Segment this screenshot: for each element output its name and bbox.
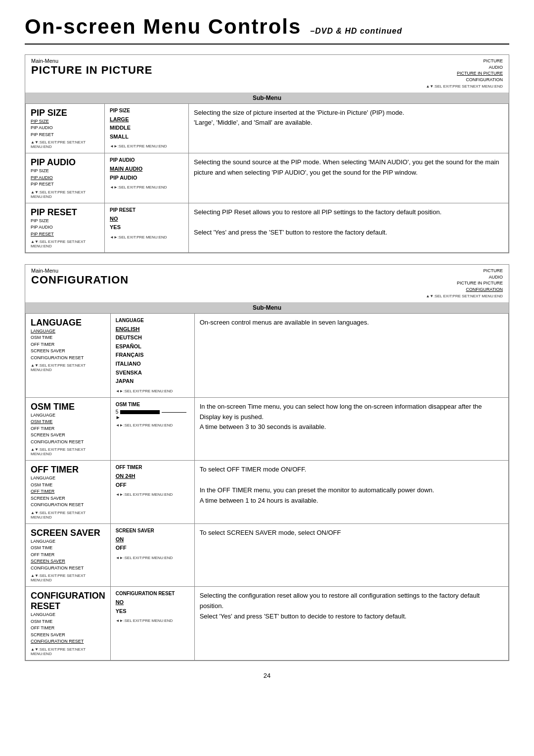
option-nav: ◄►:SEL EXIT:PRE MENU:END	[110, 144, 183, 148]
submenu-list: PIP SIZEPIP AUDIOPIP RESET	[31, 118, 99, 139]
submenu-list: LANGUAGEOSM TIMEOFF TIMERSCREEN SAVERCON…	[31, 328, 105, 362]
description-text: To select OFF TIMER mode ON/OFF. In the …	[200, 465, 503, 506]
option-list: ONOFF	[116, 535, 189, 553]
option-item: SMALL	[110, 133, 183, 142]
options-title: OSM TIME	[116, 402, 189, 407]
description-cell: In the on-screen Time menu, you can sele…	[194, 397, 508, 461]
option-nav: ◄►:SEL EXIT:PRE MENU:END	[116, 492, 189, 497]
options-title: LANGUAGE	[116, 318, 189, 323]
submenu-item: PIP RESET	[31, 231, 99, 238]
submenu-list: LANGUAGEOSM TIMEOFF TIMERSCREEN SAVERCON…	[31, 538, 105, 572]
submenu-item: OSM TIME	[31, 419, 105, 425]
item-label-cell: CONFIGURATION RESETLANGUAGEOSM TIMEOFF T…	[26, 587, 111, 661]
item-label: OFF TIMER	[31, 465, 105, 475]
description-cell: Selecting the size of picture inserted a…	[189, 103, 509, 153]
sub-menu-bar: Sub-Menu	[25, 302, 509, 313]
submenu-item: LANGUAGE	[31, 412, 105, 419]
description-cell: To select OFF TIMER mode ON/OFF. In the …	[194, 461, 508, 524]
submenu-item: CONFIGURATION RESET	[31, 355, 105, 362]
subtitle: –DVD & HD continued	[310, 27, 402, 36]
description-text: Selecting the sound source at the PIP mo…	[194, 157, 503, 178]
submenu-item: OSM TIME	[31, 334, 105, 341]
item-label: SCREEN SAVER	[31, 528, 105, 538]
submenu-item: OFF TIMER	[31, 625, 105, 632]
submenu-item: CONFIGURATION RESET	[31, 439, 105, 446]
options-cell: LANGUAGEENGLISHDEUTSCHESPAÑOLFRANÇAISITA…	[110, 313, 194, 397]
submenu-item: LANGUAGE	[31, 475, 105, 482]
submenu-nav: ▲▼:SEL EXIT:PRE SET:NEXT MENU:END	[31, 363, 105, 372]
submenu-item: CONFIGURATION RESET	[31, 502, 105, 509]
submenu-item: OFF TIMER	[31, 341, 105, 348]
submenu-item: SCREEN SAVER	[31, 632, 105, 639]
nav-hint-right: ▲▼:SEL EXIT:PRE SET:NEXT MENU:END	[426, 84, 503, 89]
item-label: PIP RESET	[31, 207, 99, 218]
submenu-item: PIP SIZE	[31, 118, 99, 125]
option-item: MAIN AUDIO	[110, 165, 183, 174]
option-item: OFF	[116, 481, 189, 490]
options-title: PIP RESET	[110, 207, 183, 213]
nav-hint-right: ▲▼:SEL EXIT:PRE SET:NEXT MENU:END	[426, 293, 503, 299]
menu-item-right: PICTURE	[426, 58, 503, 64]
options-cell: PIP AUDIOMAIN AUDIOPIP AUDIO◄►:SEL EXIT:…	[105, 153, 189, 203]
submenu-item: OFF TIMER	[31, 425, 105, 432]
option-item: OFF	[116, 544, 189, 553]
options-cell: OSM TIME5►◄►:SEL EXIT:PRE MENU:END	[110, 397, 194, 461]
item-label-cell: PIP RESETPIP SIZEPIP AUDIOPIP RESET▲▼:SE…	[26, 203, 105, 253]
options-cell: CONFIGURATION RESETNOYES◄►:SEL EXIT:PRE …	[110, 587, 194, 661]
menu-item-right: PICTURE IN PICTURE	[426, 70, 503, 77]
options-title: PIP SIZE	[110, 108, 183, 113]
description-text: To select SCREEN SAVER mode, select ON/O…	[200, 528, 503, 538]
option-item: MIDDLE	[110, 124, 183, 133]
osm-slider: 5►	[116, 409, 189, 420]
slider-arrow: ►	[116, 415, 121, 420]
submenu-list: LANGUAGEOSM TIMEOFF TIMERSCREEN SAVERCON…	[31, 612, 105, 645]
page-title: On-screen Menu Controls –DVD & HD contin…	[25, 15, 509, 45]
submenu-nav: ▲▼:SEL EXIT:PRE SET:NEXT MENU:END	[31, 190, 99, 199]
row-pip-audio: PIP AUDIOPIP SIZEPIP AUDIOPIP RESET▲▼:SE…	[26, 153, 509, 203]
item-label-cell: OFF TIMERLANGUAGEOSM TIMEOFF TIMERSCREEN…	[26, 461, 111, 524]
row-screen-saver: SCREEN SAVERLANGUAGEOSM TIMEOFF TIMERSCR…	[26, 523, 509, 587]
menu-items-right: PICTUREAUDIOPICTURE IN PICTURECONFIGURAT…	[426, 58, 503, 90]
submenu-item: LANGUAGE	[31, 328, 105, 335]
description-cell: Selecting PIP Reset allows you to restor…	[189, 203, 509, 253]
menu-rows-table: LANGUAGELANGUAGEOSM TIMEOFF TIMERSCREEN …	[25, 313, 509, 661]
submenu-list: PIP SIZEPIP AUDIOPIP RESET	[31, 168, 99, 188]
item-label: LANGUAGE	[31, 318, 105, 328]
option-list: ENGLISHDEUTSCHESPAÑOLFRANÇAISITALIANOSVE…	[116, 325, 189, 386]
submenu-item: LANGUAGE	[31, 612, 105, 618]
main-title: On-screen Menu Controls	[25, 15, 301, 39]
section-picture-in-picture: PICTUREAUDIOPICTURE IN PICTURECONFIGURAT…	[25, 54, 509, 253]
slider-value: 5	[116, 409, 119, 415]
description-text: Selecting the size of picture inserted a…	[194, 108, 503, 129]
item-label-cell: SCREEN SAVERLANGUAGEOSM TIMEOFF TIMERSCR…	[26, 523, 111, 587]
option-item: JAPAN	[116, 377, 189, 386]
item-label: OSM TIME	[31, 402, 105, 412]
submenu-item: OSM TIME	[31, 618, 105, 625]
slider-track[interactable]	[120, 410, 160, 414]
menu-item-right: PICTURE IN PICTURE	[426, 280, 503, 286]
options-title: PIP AUDIO	[110, 157, 183, 163]
submenu-nav: ▲▼:SEL EXIT:PRE SET:NEXT MENU:END	[31, 239, 99, 248]
options-cell: OFF TIMERON 24HOFF◄►:SEL EXIT:PRE MENU:E…	[110, 461, 194, 524]
option-item: YES	[116, 607, 189, 616]
submenu-item: PIP SIZE	[31, 218, 99, 225]
options-cell: SCREEN SAVERONOFF◄►:SEL EXIT:PRE MENU:EN…	[110, 523, 194, 587]
row-pip-size: PIP SIZEPIP SIZEPIP AUDIOPIP RESET▲▼:SEL…	[26, 103, 509, 153]
description-cell: On-screen control menus are available in…	[194, 313, 508, 397]
submenu-item: SCREEN SAVER	[31, 432, 105, 439]
menu-item-right: CONFIGURATION	[426, 77, 503, 83]
options-cell: PIP SIZELARGEMIDDLESMALL◄►:SEL EXIT:PRE …	[105, 103, 189, 153]
submenu-nav: ▲▼:SEL EXIT:PRE SET:NEXT MENU:END	[31, 511, 105, 520]
submenu-item: PIP AUDIO	[31, 175, 99, 182]
submenu-item: PIP AUDIO	[31, 125, 99, 132]
section-configuration: PICTUREAUDIOPICTURE IN PICTURECONFIGURAT…	[25, 264, 509, 661]
option-item: ENGLISH	[116, 325, 189, 334]
description-text: In the on-screen Time menu, you can sele…	[200, 402, 503, 432]
options-title: OFF TIMER	[116, 465, 189, 470]
description-cell: To select SCREEN SAVER mode, select ON/O…	[194, 523, 508, 587]
submenu-item: SCREEN SAVER	[31, 348, 105, 355]
submenu-nav: ▲▼:SEL EXIT:PRE SET:NEXT MENU:END	[31, 573, 105, 582]
submenu-nav: ▲▼:SEL EXIT:PRE SET:NEXT MENU:END	[31, 647, 105, 656]
row-off-timer: OFF TIMERLANGUAGEOSM TIMEOFF TIMERSCREEN…	[26, 461, 509, 524]
option-list: NOYES	[110, 215, 183, 232]
